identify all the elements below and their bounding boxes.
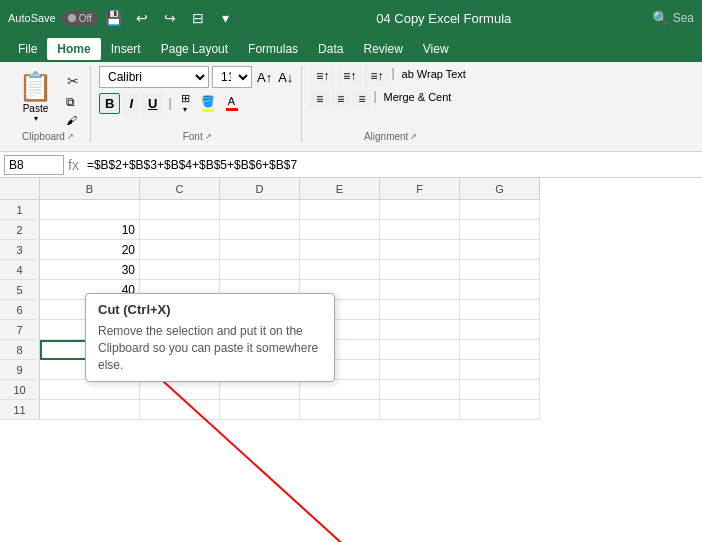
document-title: 04 Copy Excel Formula bbox=[244, 11, 644, 26]
save-icon[interactable]: 💾 bbox=[104, 8, 124, 28]
align-top-left-button[interactable]: ≡↑ bbox=[310, 66, 335, 86]
cell-d2[interactable] bbox=[220, 220, 300, 240]
cell-g8[interactable] bbox=[460, 340, 540, 360]
col-header-e: E bbox=[300, 178, 380, 200]
merge-center-button[interactable]: Merge & Cent bbox=[379, 89, 457, 109]
cell-c2[interactable] bbox=[140, 220, 220, 240]
menu-data[interactable]: Data bbox=[308, 38, 353, 60]
fill-color-button[interactable]: 🪣 bbox=[197, 93, 219, 114]
dropdown-icon[interactable]: ▾ bbox=[216, 8, 236, 28]
col-header-g: G bbox=[460, 178, 540, 200]
cell-b4[interactable]: 30 bbox=[40, 260, 140, 280]
cell-f6[interactable] bbox=[380, 300, 460, 320]
font-name-select[interactable]: Calibri bbox=[99, 66, 209, 88]
copy-button[interactable]: ⧉ bbox=[62, 93, 84, 111]
cell-g9[interactable] bbox=[460, 360, 540, 380]
cell-g6[interactable] bbox=[460, 300, 540, 320]
menu-file[interactable]: File bbox=[8, 38, 47, 60]
row-header-6: 6 bbox=[0, 300, 40, 320]
cell-f1[interactable] bbox=[380, 200, 460, 220]
cell-e4[interactable] bbox=[300, 260, 380, 280]
menu-review[interactable]: Review bbox=[353, 38, 412, 60]
cell-f5[interactable] bbox=[380, 280, 460, 300]
cell-g11[interactable] bbox=[460, 400, 540, 420]
row-header-8: 8 bbox=[0, 340, 40, 360]
cell-e3[interactable] bbox=[300, 240, 380, 260]
alignment-expand-icon[interactable]: ↗ bbox=[410, 132, 417, 141]
cell-d10[interactable] bbox=[220, 380, 300, 400]
cell-f11[interactable] bbox=[380, 400, 460, 420]
align-left-button[interactable]: ≡ bbox=[310, 89, 329, 109]
wrap-text-button[interactable]: ab Wrap Text bbox=[397, 66, 471, 86]
cell-e2[interactable] bbox=[300, 220, 380, 240]
cell-b3[interactable]: 20 bbox=[40, 240, 140, 260]
borders-dropdown[interactable]: ▾ bbox=[183, 105, 187, 114]
font-expand-icon[interactable]: ↗ bbox=[205, 132, 212, 141]
cell-b2[interactable]: 10 bbox=[40, 220, 140, 240]
italic-button[interactable]: I bbox=[123, 93, 139, 114]
menu-page-layout[interactable]: Page Layout bbox=[151, 38, 238, 60]
align-right-button[interactable]: ≡ bbox=[352, 89, 371, 109]
cell-c11[interactable] bbox=[140, 400, 220, 420]
clipboard-expand-icon[interactable]: ↗ bbox=[67, 132, 74, 141]
menu-insert[interactable]: Insert bbox=[101, 38, 151, 60]
cell-b11[interactable] bbox=[40, 400, 140, 420]
cell-f8[interactable] bbox=[380, 340, 460, 360]
customize-icon[interactable]: ⊟ bbox=[188, 8, 208, 28]
cell-f10[interactable] bbox=[380, 380, 460, 400]
cell-g4[interactable] bbox=[460, 260, 540, 280]
row-header-4: 4 bbox=[0, 260, 40, 280]
cell-g3[interactable] bbox=[460, 240, 540, 260]
search-icon[interactable]: 🔍 bbox=[652, 10, 669, 26]
cell-f9[interactable] bbox=[380, 360, 460, 380]
cell-e10[interactable] bbox=[300, 380, 380, 400]
cell-e1[interactable] bbox=[300, 200, 380, 220]
paste-button[interactable]: 📋 Paste ▾ bbox=[12, 66, 59, 127]
format-painter-button[interactable]: 🖌 bbox=[62, 112, 84, 128]
cell-reference-input[interactable] bbox=[4, 155, 64, 175]
cell-c1[interactable] bbox=[140, 200, 220, 220]
redo-icon[interactable]: ↪ bbox=[160, 8, 180, 28]
bold-button[interactable]: B bbox=[99, 93, 120, 114]
decrease-font-button[interactable]: A↓ bbox=[276, 69, 295, 86]
cell-c10[interactable] bbox=[140, 380, 220, 400]
cell-g7[interactable] bbox=[460, 320, 540, 340]
cell-f4[interactable] bbox=[380, 260, 460, 280]
cut-button[interactable]: ✂ bbox=[62, 70, 84, 92]
cell-b10[interactable] bbox=[40, 380, 140, 400]
cell-g10[interactable] bbox=[460, 380, 540, 400]
cell-c3[interactable] bbox=[140, 240, 220, 260]
increase-font-button[interactable]: A↑ bbox=[255, 69, 274, 86]
align-center-button[interactable]: ≡ bbox=[331, 89, 350, 109]
cell-d3[interactable] bbox=[220, 240, 300, 260]
cell-c4[interactable] bbox=[140, 260, 220, 280]
cell-e11[interactable] bbox=[300, 400, 380, 420]
paste-dropdown[interactable]: ▾ bbox=[34, 114, 38, 123]
row-header-11: 11 bbox=[0, 400, 40, 420]
font-size-select[interactable]: 11 bbox=[212, 66, 252, 88]
cell-g5[interactable] bbox=[460, 280, 540, 300]
menu-view[interactable]: View bbox=[413, 38, 459, 60]
cell-d4[interactable] bbox=[220, 260, 300, 280]
table-row: 11 bbox=[0, 400, 540, 420]
cell-d11[interactable] bbox=[220, 400, 300, 420]
font-color-button[interactable]: A bbox=[222, 93, 242, 113]
borders-button[interactable]: ⊞ ▾ bbox=[177, 90, 194, 116]
cell-b1[interactable] bbox=[40, 200, 140, 220]
align-top-center-button[interactable]: ≡↑ bbox=[337, 66, 362, 86]
menu-home[interactable]: Home bbox=[47, 38, 100, 60]
cell-f2[interactable] bbox=[380, 220, 460, 240]
cell-d1[interactable] bbox=[220, 200, 300, 220]
cell-g2[interactable] bbox=[460, 220, 540, 240]
undo-icon[interactable]: ↩ bbox=[132, 8, 152, 28]
cell-f7[interactable] bbox=[380, 320, 460, 340]
cell-f3[interactable] bbox=[380, 240, 460, 260]
autosave-toggle[interactable]: Off bbox=[62, 11, 98, 26]
cell-g1[interactable] bbox=[460, 200, 540, 220]
align-top-right-button[interactable]: ≡↑ bbox=[364, 66, 389, 86]
underline-button[interactable]: U bbox=[142, 93, 163, 114]
alignment-group: ≡↑ ≡↑ ≡↑ | ab Wrap Text ≡ ≡ ≡ | Merge & … bbox=[304, 66, 477, 142]
formula-input[interactable] bbox=[83, 156, 698, 174]
menu-formulas[interactable]: Formulas bbox=[238, 38, 308, 60]
formula-bar: fx bbox=[0, 152, 702, 178]
